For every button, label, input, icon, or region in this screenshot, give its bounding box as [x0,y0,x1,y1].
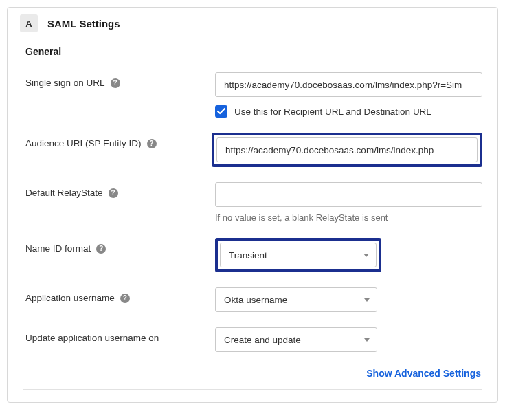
row-sso-url: Single sign on URL ? Use this for Recipi… [23,72,482,118]
label-text: Single sign on URL [25,78,105,88]
label-name-id: Name ID format ? [23,238,215,254]
label-relay-state: Default RelayState ? [23,182,215,198]
saml-settings-panel: A SAML Settings General Single sign on U… [7,7,498,403]
chevron-down-icon [363,254,369,257]
update-on-select[interactable]: Create and update [215,327,377,352]
label-text: Name ID format [25,243,91,254]
section-title-general: General [25,46,482,57]
select-value: Create and update [224,335,301,345]
select-value: Transient [229,250,267,261]
row-app-username: Application username ? Okta username [23,287,482,312]
checkbox-label: Use this for Recipient URL and Destinati… [234,107,431,117]
app-username-select[interactable]: Okta username [215,287,377,312]
help-icon[interactable]: ? [96,244,106,254]
label-text: Update application username on [25,333,159,343]
audience-uri-input[interactable] [216,137,478,162]
panel-title: SAML Settings [47,18,120,30]
divider [23,389,482,390]
chevron-down-icon [364,298,370,302]
chevron-down-icon [364,338,370,342]
panel-header: A SAML Settings [20,14,482,32]
highlight-audience-uri [212,133,482,167]
label-sso-url: Single sign on URL ? [23,72,215,88]
row-update-on: Update application username on Create an… [23,327,482,352]
select-value: Okta username [224,295,287,305]
relay-state-helper: If no value is set, a blank RelayState i… [215,212,482,223]
sso-url-input[interactable] [215,72,482,97]
label-text: Application username [25,293,115,303]
row-relay-state: Default RelayState ? If no value is set,… [23,182,482,223]
row-audience-uri: Audience URI (SP Entity ID) ? [23,133,482,167]
label-text: Audience URI (SP Entity ID) [25,138,142,148]
help-icon[interactable]: ? [120,294,130,303]
highlight-name-id: Transient [215,238,381,272]
name-id-select[interactable]: Transient [220,243,377,267]
relay-state-input[interactable] [215,182,482,207]
help-icon[interactable]: ? [111,78,120,88]
help-icon[interactable]: ? [147,139,157,148]
recipient-destination-checkbox[interactable] [215,105,227,118]
help-icon[interactable]: ? [109,188,118,198]
label-audience-uri: Audience URI (SP Entity ID) ? [23,133,212,148]
label-app-username: Application username ? [23,287,215,303]
row-name-id: Name ID format ? Transient [23,238,482,272]
label-update-on: Update application username on [23,327,215,343]
step-badge: A [20,14,38,32]
show-advanced-settings-link[interactable]: Show Advanced Settings [366,368,481,379]
label-text: Default RelayState [25,188,103,198]
